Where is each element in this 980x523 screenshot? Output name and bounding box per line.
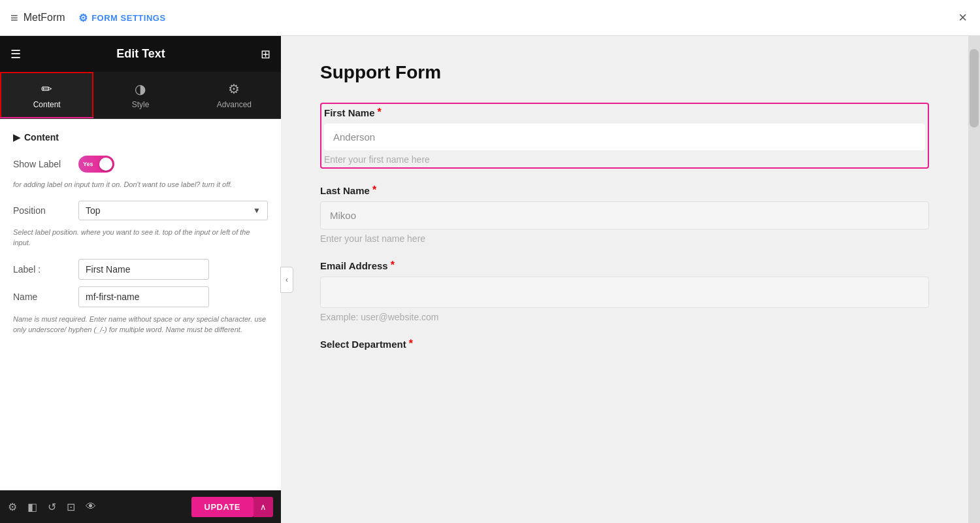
left-panel: ☰ Edit Text ⊞ ✏ Content ◑ Style ⚙ Advanc… [0, 36, 281, 523]
last-name-input[interactable]: Mikoo [320, 201, 929, 229]
update-group: UPDATE ∧ [191, 497, 273, 517]
toolbar-icons: ⚙ ◧ ↺ ⊡ 👁 [8, 501, 96, 513]
last-name-label-text: Last Name [320, 185, 370, 196]
main-layout: ☰ Edit Text ⊞ ✏ Content ◑ Style ⚙ Advanc… [0, 36, 980, 523]
label-field-input[interactable] [78, 259, 209, 280]
email-placeholder: Example: user@website.com [320, 312, 929, 322]
department-field: Select Department * [320, 338, 929, 355]
app-name: MetForm [24, 12, 65, 24]
name-field-hint: Name is must required. Enter name withou… [13, 314, 268, 335]
pencil-icon: ✏ [41, 81, 52, 97]
last-name-value: Mikoo [330, 210, 356, 221]
bottom-toolbar: ⚙ ◧ ↺ ⊡ 👁 UPDATE ∧ [0, 490, 281, 523]
position-value: Top [86, 205, 101, 216]
settings-icon[interactable]: ⚙ [8, 501, 17, 513]
show-label-row: Show Label Yes [13, 156, 268, 173]
tab-advanced[interactable]: ⚙ Advanced [188, 72, 281, 118]
label-field-row: Label : [13, 259, 268, 280]
tab-advanced-label: Advanced [217, 100, 252, 109]
scrollbar-thumb [970, 49, 979, 127]
panel-content: ▶ Content Show Label Yes for adding labe… [0, 119, 281, 490]
tab-style-label: Style [132, 100, 150, 109]
layers-icon[interactable]: ◧ [27, 501, 37, 513]
first-name-required-star: * [378, 107, 382, 118]
show-label-toggle[interactable]: Yes [78, 156, 114, 173]
show-label-hint: for adding label on input turn it on. Do… [13, 179, 268, 190]
position-row: Position Top ▼ [13, 201, 268, 220]
panel-header: ☰ Edit Text ⊞ [0, 36, 281, 72]
panel-title: Edit Text [116, 47, 165, 61]
preview-icon[interactable]: 👁 [86, 501, 96, 513]
first-name-label: First Name * [324, 107, 925, 118]
tab-bar: ✏ Content ◑ Style ⚙ Advanced [0, 72, 281, 119]
department-label-text: Select Department [320, 339, 406, 350]
right-panel: Support Form First Name * Anderson Enter… [281, 36, 980, 523]
last-name-placeholder: Enter your last name here [320, 233, 929, 244]
show-label-label: Show Label [13, 159, 72, 169]
top-bar: ≡ MetForm ⚙ FORM SETTINGS × [0, 0, 980, 36]
tab-style[interactable]: ◑ Style [93, 72, 187, 118]
section-arrow-icon: ▶ [13, 132, 20, 143]
email-label: Email Address * [320, 260, 929, 271]
first-name-placeholder: Enter your first name here [324, 154, 925, 165]
hamburger-icon[interactable]: ☰ [10, 47, 21, 61]
position-label: Position [13, 205, 72, 216]
name-field-input[interactable] [78, 286, 209, 307]
name-field-row: Name [13, 286, 268, 307]
label-field-label: Label : [13, 264, 72, 275]
first-name-value: Anderson [333, 131, 375, 143]
email-field: Email Address * Example: user@website.co… [320, 260, 929, 322]
last-name-field: Last Name * Mikoo Enter your last name h… [320, 184, 929, 244]
last-name-required-star: * [372, 184, 376, 196]
tab-content-label: Content [33, 100, 61, 109]
preview-content: Support Form First Name * Anderson Enter… [281, 36, 968, 523]
tab-content[interactable]: ✏ Content [0, 72, 93, 118]
elementor-icon: ≡ [10, 10, 18, 25]
close-button[interactable]: × [958, 9, 967, 26]
scrollbar[interactable] [968, 36, 980, 523]
first-name-field: First Name * Anderson Enter your first n… [324, 107, 925, 165]
email-label-text: Email Address [320, 260, 388, 271]
advanced-icon: ⚙ [228, 81, 240, 97]
last-name-label: Last Name * [320, 184, 929, 196]
email-input[interactable] [320, 277, 929, 308]
position-hint: Select label position. where you want to… [13, 227, 268, 248]
app-logo: ≡ MetForm [10, 10, 65, 25]
department-label: Select Department * [320, 338, 929, 350]
name-field-label: Name [13, 292, 72, 302]
responsive-icon[interactable]: ⊡ [67, 501, 75, 513]
update-button[interactable]: UPDATE [191, 497, 253, 517]
form-title: Support Form [320, 62, 929, 83]
email-required-star: * [391, 260, 395, 271]
position-dropdown[interactable]: Top ▼ [78, 201, 268, 220]
content-section-title: Content [24, 132, 59, 143]
form-settings-button[interactable]: ⚙ FORM SETTINGS [78, 12, 166, 24]
form-settings-label: FORM SETTINGS [91, 13, 165, 23]
collapse-panel-button[interactable]: ‹ [280, 267, 293, 293]
content-section-header[interactable]: ▶ Content [13, 132, 268, 143]
first-name-label-text: First Name [324, 107, 375, 118]
chevron-up-button[interactable]: ∧ [253, 497, 273, 517]
chevron-down-icon: ▼ [253, 206, 261, 215]
style-icon: ◑ [135, 81, 146, 97]
gear-icon: ⚙ [78, 12, 88, 24]
toggle-knob [99, 158, 112, 171]
toggle-yes-text: Yes [83, 161, 93, 167]
first-name-input[interactable]: Anderson [324, 124, 925, 150]
grid-icon[interactable]: ⊞ [261, 47, 270, 61]
first-name-field-wrapper: First Name * Anderson Enter your first n… [320, 103, 929, 169]
history-icon[interactable]: ↺ [48, 501, 56, 513]
department-required-star: * [409, 338, 413, 350]
